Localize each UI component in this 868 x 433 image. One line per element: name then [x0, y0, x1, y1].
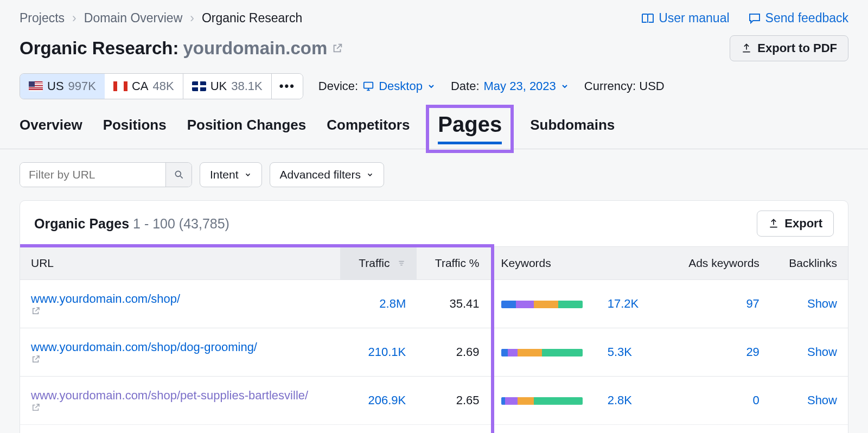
- organic-pages-section: Organic Pages 1 - 100 (43,785) Export UR…: [20, 200, 848, 433]
- flag-ca-icon: [113, 81, 127, 91]
- sort-desc-icon: [397, 259, 406, 267]
- filter-url-input[interactable]: [20, 163, 165, 187]
- currency-filter: Currency: USD: [584, 79, 665, 93]
- upload-icon: [768, 218, 779, 229]
- keyword-distribution-bar: [501, 397, 583, 405]
- breadcrumb-item-projects[interactable]: Projects: [20, 11, 65, 26]
- tab-subdomains[interactable]: Subdomains: [530, 109, 615, 149]
- keywords-value[interactable]: 2.8K: [608, 393, 632, 407]
- chevron-down-icon: [560, 82, 569, 91]
- book-icon: [641, 12, 654, 24]
- country-ca[interactable]: CA 48K: [105, 74, 183, 99]
- tab-overview[interactable]: Overview: [20, 109, 82, 149]
- traffic-value[interactable]: 171K: [340, 425, 417, 434]
- svg-point-1: [175, 171, 181, 176]
- page-url-link[interactable]: www.yourdomain.com/shop/pet-supplies-bar…: [31, 389, 308, 402]
- tab-pages[interactable]: Pages: [430, 109, 509, 149]
- filter-url-search-button[interactable]: [165, 163, 192, 187]
- country-selector: US 997K CA 48K UK 38.1K •••: [20, 73, 303, 99]
- intent-filter[interactable]: Intent: [200, 162, 262, 187]
- backlinks-show-link[interactable]: Show: [770, 328, 848, 377]
- table-row: www.yourdomain.com/shop/pet-supplies-bar…: [20, 377, 848, 425]
- user-manual-link[interactable]: User manual: [641, 11, 729, 26]
- traffic-pct-value: 2.69: [417, 328, 490, 377]
- device-filter[interactable]: Device: Desktop: [318, 79, 436, 93]
- breadcrumb-item-domain-overview[interactable]: Domain Overview: [84, 11, 183, 26]
- breadcrumb-item-organic-research: Organic Research: [202, 11, 302, 26]
- col-backlinks[interactable]: Backlinks: [770, 247, 848, 280]
- col-keywords[interactable]: Keywords: [490, 247, 667, 280]
- backlinks-show-link[interactable]: Show: [770, 425, 848, 434]
- col-traffic[interactable]: Traffic: [340, 247, 417, 280]
- advanced-filters[interactable]: Advanced filters: [270, 162, 384, 187]
- col-traffic-pct[interactable]: Traffic %: [417, 247, 490, 280]
- col-ads-keywords[interactable]: Ads keywords: [667, 247, 770, 280]
- table-row: www.yourdomain.com/blog/171K2.19 7.7K0Sh…: [20, 425, 848, 434]
- col-url[interactable]: URL: [20, 247, 340, 280]
- ads-keywords-value[interactable]: 0: [667, 425, 770, 434]
- tab-competitors[interactable]: Competitors: [327, 109, 410, 149]
- external-link-icon[interactable]: [31, 354, 329, 364]
- svg-rect-0: [364, 82, 373, 88]
- ads-keywords-value[interactable]: 0: [667, 377, 770, 425]
- keyword-distribution-bar: [501, 349, 583, 356]
- page-title: Organic Research: yourdomain.com: [20, 38, 343, 59]
- export-button[interactable]: Export: [757, 211, 834, 237]
- tab-position-changes[interactable]: Position Changes: [187, 109, 307, 149]
- keywords-value[interactable]: 17.2K: [608, 297, 639, 310]
- upload-icon: [741, 43, 752, 54]
- flag-uk-icon: [192, 81, 206, 91]
- chevron-right-icon: ›: [72, 11, 76, 26]
- backlinks-show-link[interactable]: Show: [770, 377, 848, 425]
- ads-keywords-value[interactable]: 29: [667, 328, 770, 377]
- more-countries-button[interactable]: •••: [272, 74, 303, 99]
- traffic-value[interactable]: 2.8M: [340, 280, 417, 328]
- tabs: Overview Positions Position Changes Comp…: [0, 109, 868, 149]
- table-row: www.yourdomain.com/shop/2.8M35.41 17.2K9…: [20, 280, 848, 328]
- export-pdf-button[interactable]: Export to PDF: [730, 35, 848, 61]
- traffic-pct-value: 2.65: [417, 377, 490, 425]
- desktop-icon: [362, 80, 374, 92]
- page-url-link[interactable]: www.yourdomain.com/shop/dog-grooming/: [31, 340, 257, 354]
- traffic-value[interactable]: 210.1K: [340, 328, 417, 377]
- chevron-down-icon: [427, 82, 436, 91]
- tab-positions[interactable]: Positions: [103, 109, 167, 149]
- traffic-pct-value: 2.19: [417, 425, 490, 434]
- chevron-right-icon: ›: [190, 11, 194, 26]
- send-feedback-link[interactable]: Send feedback: [748, 11, 848, 26]
- feedback-icon: [748, 12, 761, 24]
- country-us[interactable]: US 997K: [20, 73, 105, 99]
- keyword-distribution-bar: [501, 301, 583, 308]
- keywords-value[interactable]: 5.3K: [608, 345, 632, 359]
- chevron-down-icon: [366, 171, 374, 179]
- breadcrumb: Projects › Domain Overview › Organic Res…: [20, 11, 302, 26]
- flag-us-icon: [29, 81, 43, 91]
- search-icon: [174, 169, 184, 180]
- ads-keywords-value[interactable]: 97: [667, 280, 770, 328]
- chevron-down-icon: [244, 171, 252, 179]
- organic-pages-table: URL Traffic Traffic % Keywords Ads keywo…: [20, 246, 848, 433]
- external-link-icon[interactable]: [31, 403, 329, 412]
- traffic-pct-value: 35.41: [417, 280, 490, 328]
- traffic-value[interactable]: 206.9K: [340, 377, 417, 425]
- date-filter[interactable]: Date: May 23, 2023: [451, 79, 569, 93]
- table-row: www.yourdomain.com/shop/dog-grooming/210…: [20, 328, 848, 377]
- external-link-icon[interactable]: [31, 306, 329, 316]
- page-url-link[interactable]: www.yourdomain.com/shop/: [31, 292, 180, 305]
- country-uk[interactable]: UK 38.1K: [183, 74, 272, 99]
- section-title: Organic Pages 1 - 100 (43,785): [34, 216, 229, 232]
- filter-url-group: [20, 162, 192, 187]
- external-link-icon[interactable]: [331, 42, 343, 54]
- backlinks-show-link[interactable]: Show: [770, 280, 848, 328]
